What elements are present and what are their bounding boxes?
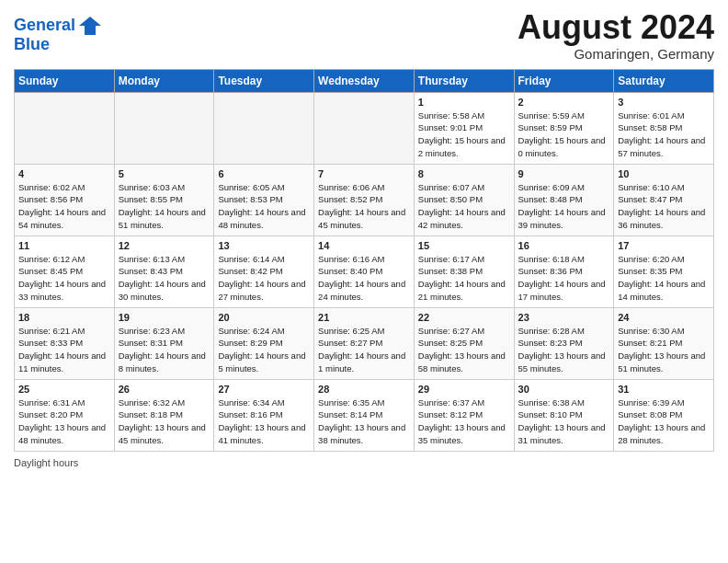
day-number: 5 [119,168,210,179]
day-cell: 1Sunrise: 5:58 AMSunset: 9:01 PMDaylight… [414,92,514,164]
day-cell: 14Sunrise: 6:16 AMSunset: 8:40 PMDayligh… [314,236,415,307]
day-cell: 24Sunrise: 6:30 AMSunset: 8:21 PMDayligh… [614,307,714,379]
day-cell: 31Sunrise: 6:39 AMSunset: 8:08 PMDayligh… [614,379,714,451]
day-number: 19 [119,312,210,323]
day-info: Sunrise: 6:02 AMSunset: 8:56 PMDaylight:… [18,181,110,232]
day-number: 13 [218,240,310,251]
day-info: Sunrise: 6:14 AMSunset: 8:42 PMDaylight:… [218,253,310,304]
day-number: 14 [318,240,410,251]
day-number: 10 [618,168,710,179]
title-block: August 2024 Gomaringen, Germany [518,9,714,62]
day-cell: 3Sunrise: 6:01 AMSunset: 8:58 PMDaylight… [614,92,714,164]
page-container: General Blue August 2024 Gomaringen, Ger… [0,0,728,477]
day-number: 17 [618,240,710,251]
day-cell: 12Sunrise: 6:13 AMSunset: 8:43 PMDayligh… [114,236,214,307]
day-cell: 20Sunrise: 6:24 AMSunset: 8:29 PMDayligh… [214,307,314,379]
week-row-2: 11Sunrise: 6:12 AMSunset: 8:45 PMDayligh… [15,236,714,307]
day-cell: 29Sunrise: 6:37 AMSunset: 8:12 PMDayligh… [414,379,514,451]
day-info: Sunrise: 6:16 AMSunset: 8:40 PMDaylight:… [318,253,410,304]
day-number: 30 [518,384,610,395]
day-info: Sunrise: 6:38 AMSunset: 8:10 PMDaylight:… [518,396,610,447]
day-info: Sunrise: 6:18 AMSunset: 8:36 PMDaylight:… [518,253,610,304]
day-info: Sunrise: 6:21 AMSunset: 8:33 PMDaylight:… [18,325,110,375]
day-info: Sunrise: 6:06 AMSunset: 8:52 PMDaylight:… [318,181,410,232]
day-cell: 9Sunrise: 6:09 AMSunset: 8:48 PMDaylight… [514,164,614,236]
col-thursday: Thursday [414,69,514,92]
day-number: 4 [18,168,110,179]
day-number: 28 [318,384,410,395]
day-info: Sunrise: 5:58 AMSunset: 9:01 PMDaylight:… [418,109,510,160]
day-info: Sunrise: 6:09 AMSunset: 8:48 PMDaylight:… [518,181,610,232]
day-info: Sunrise: 6:13 AMSunset: 8:43 PMDaylight:… [119,253,210,304]
day-cell: 2Sunrise: 5:59 AMSunset: 8:59 PMDaylight… [514,92,614,164]
day-number: 7 [318,168,410,179]
day-cell: 21Sunrise: 6:25 AMSunset: 8:27 PMDayligh… [314,307,415,379]
day-cell: 5Sunrise: 6:03 AMSunset: 8:55 PMDaylight… [114,164,214,236]
day-info: Sunrise: 6:01 AMSunset: 8:58 PMDaylight:… [618,109,710,160]
day-info: Sunrise: 6:39 AMSunset: 8:08 PMDaylight:… [618,396,710,447]
day-cell: 7Sunrise: 6:06 AMSunset: 8:52 PMDaylight… [314,164,415,236]
day-number: 8 [418,168,510,179]
day-cell: 11Sunrise: 6:12 AMSunset: 8:45 PMDayligh… [15,236,115,307]
col-friday: Friday [514,69,614,92]
day-info: Sunrise: 6:34 AMSunset: 8:16 PMDaylight:… [218,396,310,447]
day-number: 18 [18,312,110,323]
location: Gomaringen, Germany [518,46,714,62]
day-info: Sunrise: 6:03 AMSunset: 8:55 PMDaylight:… [119,181,210,232]
day-info: Sunrise: 6:27 AMSunset: 8:25 PMDaylight:… [418,325,510,375]
day-number: 6 [218,168,310,179]
day-info: Sunrise: 6:17 AMSunset: 8:38 PMDaylight:… [418,253,510,304]
day-number: 16 [518,240,610,251]
logo-icon [77,13,103,39]
day-cell [314,92,415,164]
day-info: Sunrise: 6:37 AMSunset: 8:12 PMDaylight:… [418,396,510,447]
day-info: Sunrise: 6:24 AMSunset: 8:29 PMDaylight:… [218,325,310,375]
day-number: 12 [119,240,210,251]
day-number: 3 [618,97,710,108]
day-info: Sunrise: 6:05 AMSunset: 8:53 PMDaylight:… [218,181,310,232]
week-row-4: 25Sunrise: 6:31 AMSunset: 8:20 PMDayligh… [15,379,714,451]
day-number: 22 [418,312,510,323]
day-number: 27 [218,384,310,395]
footer-label: Daylight hours [14,457,78,468]
day-cell: 22Sunrise: 6:27 AMSunset: 8:25 PMDayligh… [414,307,514,379]
day-cell: 23Sunrise: 6:28 AMSunset: 8:23 PMDayligh… [514,307,614,379]
col-monday: Monday [114,69,214,92]
month-title: August 2024 [518,9,714,46]
day-cell [214,92,314,164]
day-info: Sunrise: 6:30 AMSunset: 8:21 PMDaylight:… [618,325,710,375]
day-number: 20 [218,312,310,323]
day-info: Sunrise: 6:28 AMSunset: 8:23 PMDaylight:… [518,325,610,375]
day-info: Sunrise: 6:25 AMSunset: 8:27 PMDaylight:… [318,325,410,375]
day-cell: 6Sunrise: 6:05 AMSunset: 8:53 PMDaylight… [214,164,314,236]
week-row-1: 4Sunrise: 6:02 AMSunset: 8:56 PMDaylight… [15,164,714,236]
day-number: 24 [618,312,710,323]
day-number: 23 [518,312,610,323]
day-info: Sunrise: 6:23 AMSunset: 8:31 PMDaylight:… [119,325,210,375]
day-cell [114,92,214,164]
day-info: Sunrise: 6:10 AMSunset: 8:47 PMDaylight:… [618,181,710,232]
col-tuesday: Tuesday [214,69,314,92]
day-number: 9 [518,168,610,179]
day-number: 11 [18,240,110,251]
day-cell: 10Sunrise: 6:10 AMSunset: 8:47 PMDayligh… [614,164,714,236]
day-number: 15 [418,240,510,251]
day-info: Sunrise: 6:31 AMSunset: 8:20 PMDaylight:… [18,396,110,447]
day-cell [15,92,115,164]
day-cell: 27Sunrise: 6:34 AMSunset: 8:16 PMDayligh… [214,379,314,451]
day-info: Sunrise: 6:12 AMSunset: 8:45 PMDaylight:… [18,253,110,304]
calendar-table: Sunday Monday Tuesday Wednesday Thursday… [14,69,714,452]
logo-text: General [14,17,75,35]
day-number: 21 [318,312,410,323]
col-sunday: Sunday [15,69,115,92]
week-row-3: 18Sunrise: 6:21 AMSunset: 8:33 PMDayligh… [15,307,714,379]
day-number: 29 [418,384,510,395]
day-info: Sunrise: 5:59 AMSunset: 8:59 PMDaylight:… [518,109,610,160]
header-row: Sunday Monday Tuesday Wednesday Thursday… [15,69,714,92]
day-cell: 15Sunrise: 6:17 AMSunset: 8:38 PMDayligh… [414,236,514,307]
day-number: 2 [518,97,610,108]
day-cell: 8Sunrise: 6:07 AMSunset: 8:50 PMDaylight… [414,164,514,236]
col-saturday: Saturday [614,69,714,92]
day-cell: 18Sunrise: 6:21 AMSunset: 8:33 PMDayligh… [15,307,115,379]
day-cell: 16Sunrise: 6:18 AMSunset: 8:36 PMDayligh… [514,236,614,307]
